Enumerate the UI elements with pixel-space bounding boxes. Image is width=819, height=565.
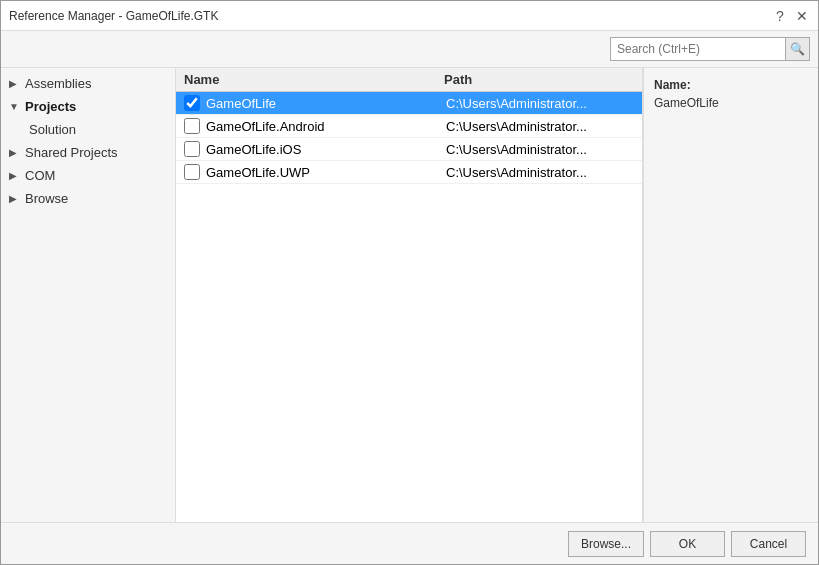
chevron-right-icon-2: ▶ <box>9 147 21 158</box>
sidebar-item-assemblies-label: Assemblies <box>25 76 91 91</box>
table-area: Name Path GameOfLife C:\Users\Administra… <box>176 68 643 522</box>
row-path-4: C:\Users\Administrator... <box>446 165 634 180</box>
sidebar-item-solution-label: Solution <box>29 122 76 137</box>
sidebar-item-projects-label: Projects <box>25 99 76 114</box>
cancel-button[interactable]: Cancel <box>731 531 806 557</box>
chevron-right-icon-3: ▶ <box>9 170 21 181</box>
row-name-3: GameOfLife.iOS <box>206 142 446 157</box>
row-checkbox-2[interactable] <box>184 118 200 134</box>
content-row: Name Path GameOfLife C:\Users\Administra… <box>176 68 818 522</box>
title-bar-title: Reference Manager - GameOfLife.GTK <box>9 9 218 23</box>
table-row[interactable]: GameOfLife C:\Users\Administrator... <box>176 92 642 115</box>
col-path-header: Path <box>444 72 634 87</box>
dialog-body: 🔍 ▶ Assemblies ▼ Projects Solution ▶ <box>1 31 818 522</box>
sidebar-item-browse-label: Browse <box>25 191 68 206</box>
table-header: Name Path <box>176 68 642 92</box>
help-button[interactable]: ? <box>772 8 788 24</box>
dialog: Reference Manager - GameOfLife.GTK ? ✕ 🔍… <box>0 0 819 565</box>
row-name-2: GameOfLife.Android <box>206 119 446 134</box>
search-bar: 🔍 <box>1 31 818 68</box>
row-path-1: C:\Users\Administrator... <box>446 96 634 111</box>
ok-button[interactable]: OK <box>650 531 725 557</box>
sidebar-item-com[interactable]: ▶ COM <box>1 164 175 187</box>
row-path-2: C:\Users\Administrator... <box>446 119 634 134</box>
search-box: 🔍 <box>610 37 810 61</box>
row-name-1: GameOfLife <box>206 96 446 111</box>
footer: Browse... OK Cancel <box>1 522 818 564</box>
row-name-4: GameOfLife.UWP <box>206 165 446 180</box>
search-icon-button[interactable]: 🔍 <box>785 38 809 60</box>
row-checkbox-3[interactable] <box>184 141 200 157</box>
chevron-right-icon: ▶ <box>9 78 21 89</box>
sidebar-item-shared-projects-label: Shared Projects <box>25 145 118 160</box>
detail-name-value: GameOfLife <box>654 96 808 110</box>
sidebar-item-projects[interactable]: ▼ Projects <box>1 95 175 118</box>
chevron-right-icon-4: ▶ <box>9 193 21 204</box>
sidebar-item-solution[interactable]: Solution <box>1 118 175 141</box>
sidebar-item-browse[interactable]: ▶ Browse <box>1 187 175 210</box>
sidebar-item-shared-projects[interactable]: ▶ Shared Projects <box>1 141 175 164</box>
main-content: ▶ Assemblies ▼ Projects Solution ▶ Share… <box>1 68 818 522</box>
title-bar-controls: ? ✕ <box>772 8 810 24</box>
detail-panel: Name: GameOfLife <box>643 68 818 522</box>
table-row[interactable]: GameOfLife.Android C:\Users\Administrato… <box>176 115 642 138</box>
col-name-header: Name <box>184 72 444 87</box>
close-button[interactable]: ✕ <box>794 8 810 24</box>
sidebar-item-assemblies[interactable]: ▶ Assemblies <box>1 72 175 95</box>
row-checkbox-4[interactable] <box>184 164 200 180</box>
browse-button[interactable]: Browse... <box>568 531 644 557</box>
search-input[interactable] <box>611 42 785 56</box>
sidebar: ▶ Assemblies ▼ Projects Solution ▶ Share… <box>1 68 176 522</box>
row-path-3: C:\Users\Administrator... <box>446 142 634 157</box>
detail-name-label: Name: <box>654 78 808 92</box>
chevron-down-icon: ▼ <box>9 101 21 112</box>
title-bar: Reference Manager - GameOfLife.GTK ? ✕ <box>1 1 818 31</box>
table-row[interactable]: GameOfLife.UWP C:\Users\Administrator... <box>176 161 642 184</box>
sidebar-item-com-label: COM <box>25 168 55 183</box>
table-row[interactable]: GameOfLife.iOS C:\Users\Administrator... <box>176 138 642 161</box>
row-checkbox-1[interactable] <box>184 95 200 111</box>
